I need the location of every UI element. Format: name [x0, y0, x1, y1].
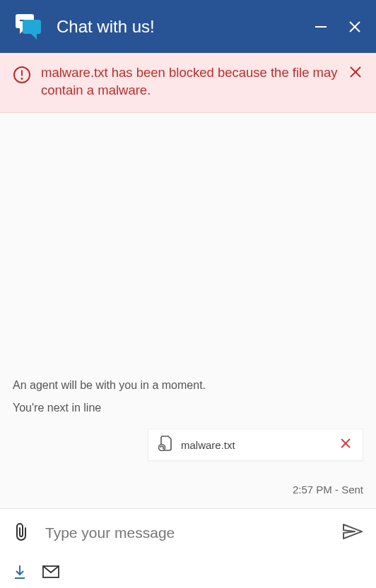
send-button[interactable]: [342, 523, 363, 543]
chat-body: An agent will be with you in a moment. Y…: [0, 113, 376, 509]
minimize-button[interactable]: [312, 18, 329, 35]
download-button[interactable]: [13, 564, 27, 582]
attachment-row: malware.txt: [13, 428, 363, 461]
alert-close-button[interactable]: [348, 64, 363, 83]
queue-status: You're next in line: [13, 402, 363, 414]
agent-status: An agent will be with you in a moment.: [13, 379, 363, 392]
chat-title: Chat with us!: [57, 17, 312, 37]
svg-point-11: [159, 445, 165, 451]
chat-logo-icon: [13, 11, 44, 42]
chat-header: Chat with us!: [0, 0, 376, 53]
composer: [0, 509, 376, 588]
message-input[interactable]: [45, 524, 327, 541]
svg-rect-2: [23, 20, 41, 34]
remove-attachment-button[interactable]: [339, 436, 353, 453]
svg-point-8: [21, 78, 23, 80]
file-icon: [158, 436, 172, 454]
alert-text: malware.txt has been blocked because the…: [41, 64, 338, 100]
attachment-chip: malware.txt: [148, 428, 363, 461]
email-button[interactable]: [42, 565, 59, 581]
error-icon: [13, 66, 31, 87]
close-button[interactable]: [346, 18, 363, 35]
malware-alert: malware.txt has been blocked because the…: [0, 53, 376, 113]
attach-button[interactable]: [13, 522, 30, 544]
attachment-filename: malware.txt: [181, 439, 330, 451]
composer-toolbar: [13, 554, 363, 582]
message-meta: 2:57 PM - Sent: [13, 484, 363, 496]
